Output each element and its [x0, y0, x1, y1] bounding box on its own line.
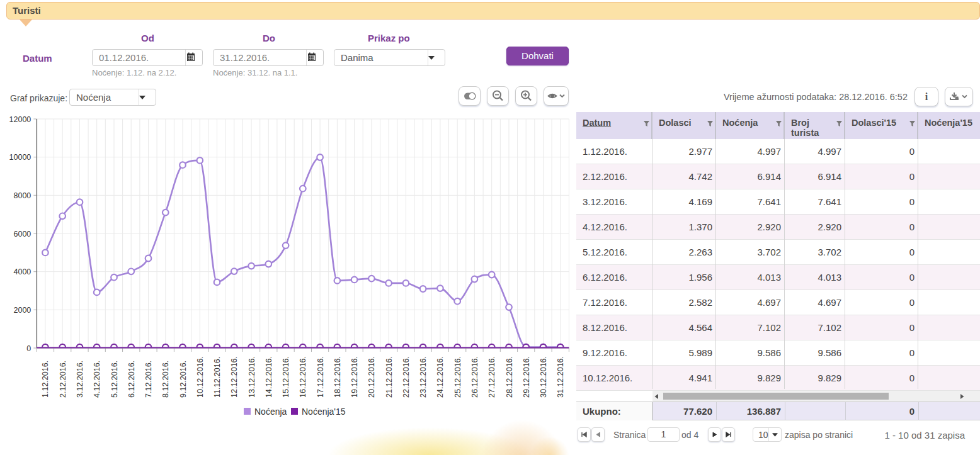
svg-text:26.12.2016.: 26.12.2016.: [470, 356, 479, 398]
svg-text:13.12.2016.: 13.12.2016.: [248, 356, 256, 398]
svg-text:8000: 8000: [13, 191, 31, 200]
svg-text:10000: 10000: [9, 153, 31, 162]
svg-text:30.12.2016.: 30.12.2016.: [539, 356, 548, 398]
svg-text:4000: 4000: [13, 267, 31, 276]
svg-text:16.12.2016.: 16.12.2016.: [299, 356, 307, 398]
svg-text:22.12.2016.: 22.12.2016.: [402, 356, 411, 398]
svg-text:Noćenja: Noćenja: [254, 407, 287, 417]
svg-text:12.12.2016.: 12.12.2016.: [230, 356, 239, 398]
svg-text:3.12.2016.: 3.12.2016.: [76, 361, 84, 398]
svg-text:Noćenja'15: Noćenja'15: [302, 407, 346, 417]
svg-text:23.12.2016.: 23.12.2016.: [419, 356, 428, 398]
svg-text:4.12.2016.: 4.12.2016.: [93, 361, 101, 398]
svg-text:2000: 2000: [13, 306, 31, 315]
svg-text:20.12.2016.: 20.12.2016.: [367, 356, 376, 398]
svg-text:9.12.2016.: 9.12.2016.: [179, 361, 188, 398]
svg-text:27.12.2016.: 27.12.2016.: [487, 356, 496, 398]
svg-text:15.12.2016.: 15.12.2016.: [282, 356, 290, 398]
svg-text:28.12.2016.: 28.12.2016.: [505, 356, 514, 398]
svg-text:1.12.2016.: 1.12.2016.: [41, 361, 50, 398]
svg-text:24.12.2016.: 24.12.2016.: [436, 356, 445, 398]
svg-text:14.12.2016.: 14.12.2016.: [265, 356, 273, 398]
svg-text:10.12.2016.: 10.12.2016.: [196, 356, 205, 398]
svg-text:25.12.2016.: 25.12.2016.: [453, 356, 462, 398]
svg-text:21.12.2016.: 21.12.2016.: [385, 356, 394, 398]
svg-text:2.12.2016.: 2.12.2016.: [59, 361, 67, 398]
svg-text:5.12.2016.: 5.12.2016.: [110, 361, 119, 398]
svg-text:6000: 6000: [13, 230, 31, 239]
svg-text:29.12.2016.: 29.12.2016.: [522, 356, 531, 398]
svg-text:11.12.2016.: 11.12.2016.: [213, 357, 222, 398]
svg-text:12000: 12000: [9, 115, 31, 124]
svg-text:18.12.2016.: 18.12.2016.: [333, 356, 342, 398]
svg-text:7.12.2016.: 7.12.2016.: [144, 361, 153, 398]
svg-text:8.12.2016.: 8.12.2016.: [161, 361, 170, 398]
svg-text:17.12.2016.: 17.12.2016.: [316, 356, 325, 398]
svg-text:0: 0: [26, 344, 31, 353]
svg-text:6.12.2016.: 6.12.2016.: [127, 361, 136, 398]
svg-text:19.12.2016.: 19.12.2016.: [350, 356, 359, 398]
svg-text:31.12.2016.: 31.12.2016.: [556, 356, 565, 398]
